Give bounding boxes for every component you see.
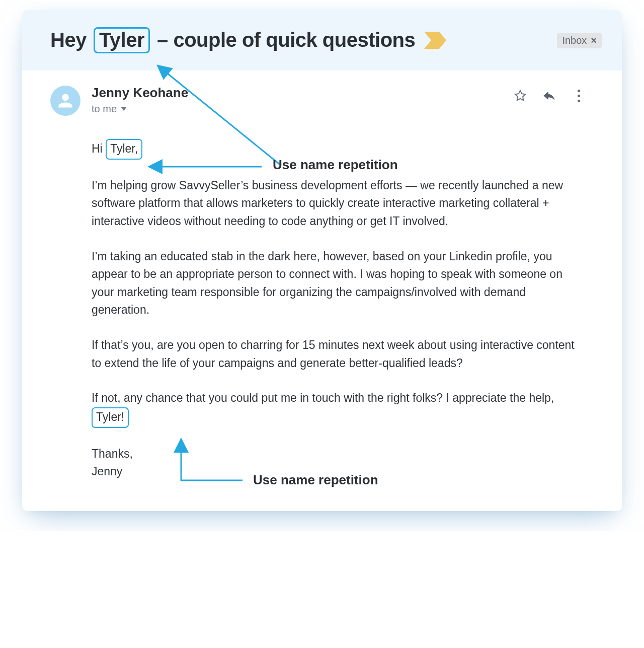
body-paragraph: I’m helping grow SavvySeller’s business … (92, 177, 586, 231)
inbox-badge-label: Inbox (562, 35, 587, 46)
email-meta-row: Jenny Keohane to me (50, 86, 586, 116)
importance-chevron-icon (424, 32, 446, 49)
body-paragraph: If that’s you, are you open to charring … (92, 336, 586, 372)
email-actions (513, 89, 586, 103)
recipient-line[interactable]: to me (92, 103, 127, 115)
chevron-down-icon (121, 107, 127, 111)
subject-bar: Hey Tyler – couple of quick questions In… (22, 10, 622, 70)
recipient-text: to me (92, 103, 117, 115)
star-icon[interactable] (513, 89, 527, 103)
annotation-label-bottom: Use name repetition (253, 472, 378, 488)
signoff-name: Jenny (92, 465, 122, 478)
closing-paragraph: If not, any chance that you could put me… (92, 389, 586, 427)
greeting-pre: Hi (92, 142, 103, 155)
subject-highlighted-name: Tyler (94, 27, 150, 53)
email-content: Jenny Keohane to me (22, 70, 622, 511)
subject-pre: Hey (50, 29, 87, 51)
greeting-highlighted-name: Tyler, (106, 139, 142, 160)
email-body: Hi Tyler, I’m helping grow SavvySeller’s… (92, 139, 586, 481)
closing-pre: If not, any chance that you could put me… (92, 391, 554, 404)
avatar (50, 86, 80, 116)
closing-highlighted-name: Tyler! (92, 407, 129, 428)
close-icon[interactable]: × (591, 35, 597, 46)
body-paragraph: I’m taking an educated stab in the dark … (92, 248, 586, 320)
sender-name: Jenny Keohane (92, 86, 502, 100)
signoff-thanks: Thanks, (92, 447, 133, 460)
greeting-line: Hi Tyler, (92, 139, 586, 160)
reply-icon[interactable] (542, 89, 556, 103)
more-icon[interactable] (572, 89, 586, 103)
sender-block: Jenny Keohane to me (92, 86, 502, 115)
person-icon (57, 92, 74, 109)
email-card: Hey Tyler – couple of quick questions In… (22, 10, 622, 511)
svg-marker-0 (424, 32, 446, 49)
subject-post: – couple of quick questions (157, 29, 415, 51)
inbox-badge[interactable]: Inbox × (557, 33, 602, 48)
email-subject: Hey Tyler – couple of quick questions (50, 27, 415, 53)
